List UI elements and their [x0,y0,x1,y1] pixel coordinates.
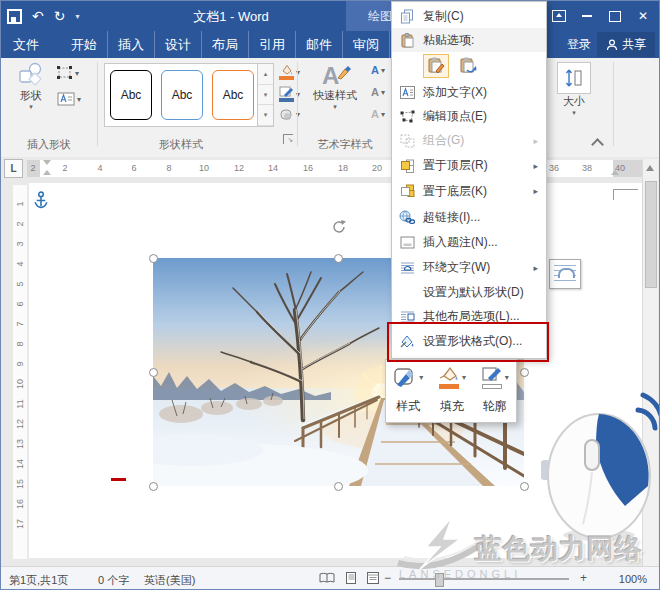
zoom-out-button[interactable]: − [384,571,391,585]
shape-styles-dialog-launcher[interactable]: ↘ [283,134,293,144]
zoom-level[interactable]: 100% [619,573,647,585]
paste-as-picture-button[interactable] [455,54,481,78]
selection-handle[interactable] [149,482,158,491]
shape-style-black[interactable]: Abc [110,70,152,120]
web-layout-icon[interactable] [367,572,379,584]
layout-options-button[interactable] [549,259,581,289]
ruler-number: 17 [15,517,25,531]
size-button[interactable]: 大小 ▾ [553,62,595,117]
menu-item-label: 环绕文字(W) [423,259,490,276]
text-outline-button[interactable]: A ▾ [371,86,385,98]
first-line-indent-marker[interactable] [43,160,51,165]
shape-style-orange[interactable]: Abc [212,70,254,120]
minimize-button[interactable] [573,2,601,30]
word-window: ↶ ↻ ▾ 文档1 - Word 绘图工具 ✕ 文件 开始 插入 设计 布局 引… [0,0,660,590]
maximize-button[interactable] [601,2,629,30]
text-box-button[interactable]: ▾ [57,92,81,106]
menu-item-wrap-text[interactable]: 环绕文字(W) ▸ [392,255,546,280]
page-info[interactable]: 第1页,共1页 [9,573,68,588]
shape-style-gallery: Abc Abc Abc [104,63,258,127]
right-indent-marker[interactable] [611,170,619,175]
tab-design[interactable]: 设计 [154,31,201,58]
redo-icon[interactable]: ↻ [54,9,66,23]
scroll-up-icon[interactable] [646,165,654,171]
horizontal-ruler[interactable]: L 2 2 4 6 8 10 12 14 16 18 20 22 36 38 4… [1,157,659,183]
shape-style-blue[interactable]: Abc [161,70,203,120]
menu-item-edit-points[interactable]: 编辑顶点(E) [392,104,546,128]
edit-points-button[interactable]: ▾ [57,66,79,80]
menu-item-hyperlink[interactable]: 超链接(I)... [392,204,546,230]
text-fill-button[interactable]: A ▾ [371,64,385,76]
menu-item-label: 粘贴选项: [423,32,474,49]
hanging-indent-marker[interactable] [43,170,51,175]
menu-item-set-default-shape[interactable]: 设置为默认形状(D) [392,280,546,304]
rotate-handle[interactable] [331,219,347,235]
selection-handle[interactable] [520,482,529,491]
print-layout-icon[interactable] [345,572,357,584]
text-effects-button[interactable]: A ▾ [371,108,385,120]
paste-keep-formatting-button[interactable] [423,54,449,78]
shape-outline-icon [279,86,294,102]
fill-button[interactable]: ▾ 填充 [438,365,466,415]
vertical-ruler[interactable]: 1 2 3 4 5 6 7 8 9 10 11 12 13 14 15 16 1… [13,185,27,559]
close-button[interactable]: ✕ [629,2,657,30]
menu-item-insert-caption[interactable]: 插入题注(N)... [392,230,546,255]
submenu-arrow-icon: ▸ [533,136,538,146]
menu-item-copy[interactable]: 复制(C) [392,4,546,28]
person-icon [606,39,618,51]
dropdown-icon: ▾ [381,110,385,119]
click-wave-icon [638,410,655,428]
ruler-number: 38 [582,163,592,173]
save-icon[interactable] [7,9,22,24]
selection-handle[interactable] [334,254,343,263]
zoom-slider-thumb[interactable] [435,573,444,587]
group-label-wordart: 艺术字样式 [301,137,389,152]
zoom-slider[interactable] [399,578,569,580]
tab-file[interactable]: 文件 [1,31,51,58]
undo-icon[interactable]: ↶ [32,9,44,23]
tab-layout[interactable]: 布局 [201,31,248,58]
style-button[interactable]: ▾ 样式 [393,365,423,415]
collapse-ribbon-icon[interactable] [593,138,603,144]
language-indicator[interactable]: 英语(美国) [144,573,195,588]
menu-item-label: 置于底层(K) [423,183,487,200]
ruler-number: 12 [15,417,25,431]
sign-in-link[interactable]: 登录 [567,36,591,53]
tab-review[interactable]: 审阅 [342,31,389,58]
paste-icon [397,32,417,48]
caption-icon [397,235,417,251]
tab-mailings[interactable]: 邮件 [295,31,342,58]
gallery-down-button[interactable]: ▾ [258,85,273,106]
ribbon-display-button[interactable] [545,2,573,30]
quick-styles-button[interactable]: A 快速样式 ▾ [306,62,364,111]
ruler-number: 13 [15,437,25,451]
word-count[interactable]: 0 个字 [98,573,129,588]
menu-item-add-text[interactable]: 添加文字(X) [392,80,546,104]
quick-styles-label: 快速样式 [313,88,357,103]
fill-icon [438,365,460,389]
tab-insert[interactable]: 插入 [107,31,154,58]
shapes-button[interactable]: 形状 ▾ [9,62,53,111]
tab-references[interactable]: 引用 [248,31,295,58]
selection-handle[interactable] [149,254,158,263]
gallery-more-button[interactable]: ▾ [258,105,273,126]
selection-handle[interactable] [149,368,158,377]
scrollbar-thumb[interactable] [645,181,657,288]
menu-item-send-to-back[interactable]: 置于底层(K) ▸ [392,178,546,204]
tab-selector[interactable]: L [4,159,23,178]
menu-item-bring-to-front[interactable]: 置于顶层(R) ▸ [392,153,546,178]
selection-handle[interactable] [334,482,343,491]
selection-handle[interactable] [520,368,529,377]
share-button[interactable]: 共享 [597,32,655,57]
dropdown-icon: ▾ [419,373,423,382]
gallery-up-button[interactable]: ▴ [258,64,273,85]
qat-customize-icon[interactable]: ▾ [75,12,79,21]
outline-button[interactable]: ▾ 轮廓 [481,365,509,415]
tab-home[interactable]: 开始 [61,31,107,58]
read-mode-icon[interactable] [319,572,335,584]
menu-item-label: 插入题注(N)... [423,234,498,251]
menu-item-group[interactable]: 组合(G) ▸ [392,128,546,153]
shapes-icon [18,62,44,88]
group-label-shape-styles: 形状样式 [131,137,231,152]
zoom-in-button[interactable]: + [580,571,587,585]
